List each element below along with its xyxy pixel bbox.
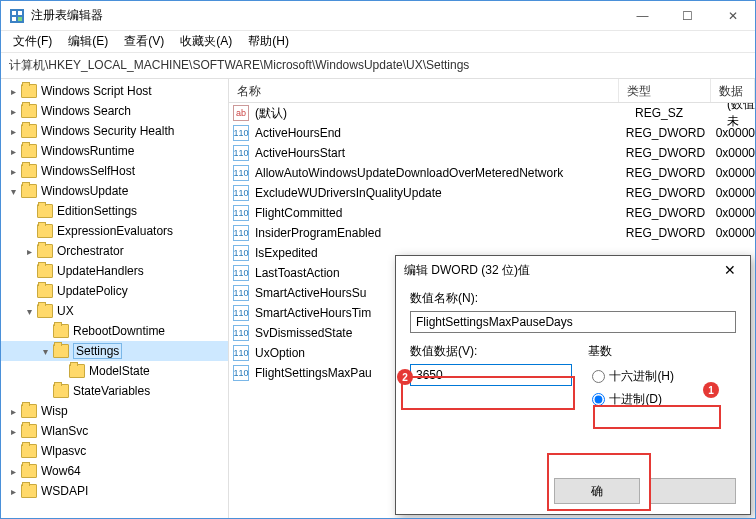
expander-icon[interactable]: ▸ <box>7 166 19 177</box>
col-header-data[interactable]: 数据 <box>711 79 755 102</box>
svg-rect-3 <box>12 17 16 21</box>
expander-icon[interactable]: ▸ <box>7 146 19 157</box>
value-data: 0x0000 <box>716 186 755 200</box>
tree-node[interactable]: StateVariables <box>1 381 228 401</box>
value-data-field[interactable] <box>410 364 572 386</box>
menu-view[interactable]: 查看(V) <box>116 31 172 52</box>
tree-node-label: WSDAPI <box>41 484 88 498</box>
expander-icon[interactable]: ▸ <box>7 466 19 477</box>
value-data: 0x0000 <box>716 226 755 240</box>
dword-value-icon: 110 <box>233 345 249 361</box>
radio-hex[interactable]: 十六进制(H) <box>592 368 736 385</box>
tree-node[interactable]: ▸Orchestrator <box>1 241 228 261</box>
menu-edit[interactable]: 编辑(E) <box>60 31 116 52</box>
folder-icon <box>21 104 37 118</box>
tree-node-label: UpdateHandlers <box>57 264 144 278</box>
list-row[interactable]: 110ExcludeWUDriversInQualityUpdateREG_DW… <box>229 183 755 203</box>
dialog-close-button[interactable]: ✕ <box>718 262 742 278</box>
expander-icon[interactable]: ▸ <box>7 486 19 497</box>
radio-dec[interactable]: 十进制(D) <box>592 391 736 408</box>
value-name: AllowAutoWindowsUpdateDownloadOverMetere… <box>255 166 626 180</box>
dword-value-icon: 110 <box>233 225 249 241</box>
expander-icon[interactable]: ▸ <box>7 406 19 417</box>
tree-node[interactable]: ▸Windows Script Host <box>1 81 228 101</box>
tree-node-label: WindowsSelfHost <box>41 164 135 178</box>
tree-node[interactable]: ▸WlanSvc <box>1 421 228 441</box>
value-type: REG_DWORD <box>626 206 716 220</box>
value-data: 0x0000 <box>716 206 755 220</box>
expander-icon[interactable]: ▸ <box>7 106 19 117</box>
tree-node-label: Wisp <box>41 404 68 418</box>
folder-icon <box>21 484 37 498</box>
value-name-field[interactable] <box>410 311 736 333</box>
value-type: REG_DWORD <box>626 166 716 180</box>
tree-node[interactable]: ▾UX <box>1 301 228 321</box>
close-button[interactable]: ✕ <box>710 1 755 31</box>
list-row[interactable]: 110AllowAutoWindowsUpdateDownloadOverMet… <box>229 163 755 183</box>
folder-icon <box>21 444 37 458</box>
tree-node[interactable]: ▸WindowsRuntime <box>1 141 228 161</box>
dialog-titlebar[interactable]: 编辑 DWORD (32 位)值 ✕ <box>396 256 750 284</box>
expander-icon[interactable]: ▾ <box>7 186 19 197</box>
menu-help[interactable]: 帮助(H) <box>240 31 297 52</box>
tree-node[interactable]: UpdatePolicy <box>1 281 228 301</box>
tree-node[interactable]: RebootDowntime <box>1 321 228 341</box>
address-path: 计算机\HKEY_LOCAL_MACHINE\SOFTWARE\Microsof… <box>9 57 469 74</box>
value-name: ActiveHoursEnd <box>255 126 626 140</box>
expander-icon[interactable]: ▸ <box>7 426 19 437</box>
tree-node-label: WindowsRuntime <box>41 144 134 158</box>
maximize-button[interactable]: ☐ <box>665 1 710 31</box>
value-type: REG_DWORD <box>626 186 716 200</box>
dword-value-icon: 110 <box>233 305 249 321</box>
tree-node[interactable]: ▾Settings <box>1 341 228 361</box>
expander-icon[interactable]: ▸ <box>7 86 19 97</box>
folder-icon <box>69 364 85 378</box>
tree-node-label: UpdatePolicy <box>57 284 128 298</box>
value-type: REG_DWORD <box>626 126 716 140</box>
tree-node[interactable]: ▸Wisp <box>1 401 228 421</box>
tree-pane[interactable]: ▸Windows Script Host▸Windows Search▸Wind… <box>1 79 229 518</box>
list-row[interactable]: 110ActiveHoursStartREG_DWORD0x0000 <box>229 143 755 163</box>
tree-node[interactable]: ▾WindowsUpdate <box>1 181 228 201</box>
folder-icon <box>21 184 37 198</box>
tree-node[interactable]: UpdateHandlers <box>1 261 228 281</box>
expander-icon[interactable]: ▾ <box>39 346 51 357</box>
radio-dec-input[interactable] <box>592 393 605 406</box>
list-row[interactable]: 110FlightCommittedREG_DWORD0x0000 <box>229 203 755 223</box>
list-row[interactable]: ab(默认)REG_SZ(数值未 <box>229 103 755 123</box>
window-title: 注册表编辑器 <box>31 7 620 24</box>
minimize-button[interactable]: — <box>620 1 665 31</box>
tree-node[interactable]: ExpressionEvaluators <box>1 221 228 241</box>
col-header-type[interactable]: 类型 <box>619 79 711 102</box>
dialog-cancel-button[interactable] <box>650 478 736 504</box>
dialog-ok-label: 确 <box>591 483 603 500</box>
tree-node[interactable]: Wlpasvc <box>1 441 228 461</box>
value-name: (默认) <box>255 105 635 122</box>
expander-icon[interactable]: ▾ <box>23 306 35 317</box>
list-row[interactable]: 110InsiderProgramEnabledREG_DWORD0x0000 <box>229 223 755 243</box>
col-header-name[interactable]: 名称 <box>229 79 619 102</box>
expander-icon[interactable]: ▸ <box>23 246 35 257</box>
folder-icon <box>21 144 37 158</box>
folder-icon <box>37 264 53 278</box>
menu-file[interactable]: 文件(F) <box>5 31 60 52</box>
tree-node[interactable]: ▸Windows Search <box>1 101 228 121</box>
dialog-ok-button[interactable]: 确 <box>554 478 640 504</box>
tree-node-label: Orchestrator <box>57 244 124 258</box>
menu-favorites[interactable]: 收藏夹(A) <box>172 31 240 52</box>
folder-icon <box>53 324 69 338</box>
list-row[interactable]: 110ActiveHoursEndREG_DWORD0x0000 <box>229 123 755 143</box>
tree-node[interactable]: ▸WindowsSelfHost <box>1 161 228 181</box>
tree-node[interactable]: ModelState <box>1 361 228 381</box>
tree-node[interactable]: ▸WSDAPI <box>1 481 228 501</box>
expander-icon[interactable]: ▸ <box>7 126 19 137</box>
tree-node[interactable]: EditionSettings <box>1 201 228 221</box>
address-bar[interactable]: 计算机\HKEY_LOCAL_MACHINE\SOFTWARE\Microsof… <box>1 53 755 79</box>
minimize-icon: — <box>637 9 649 23</box>
tree-node[interactable]: ▸Wow64 <box>1 461 228 481</box>
tree-node-label: StateVariables <box>73 384 150 398</box>
dword-value-icon: 110 <box>233 205 249 221</box>
radio-hex-input[interactable] <box>592 370 605 383</box>
tree-node[interactable]: ▸Windows Security Health <box>1 121 228 141</box>
string-value-icon: ab <box>233 105 249 121</box>
